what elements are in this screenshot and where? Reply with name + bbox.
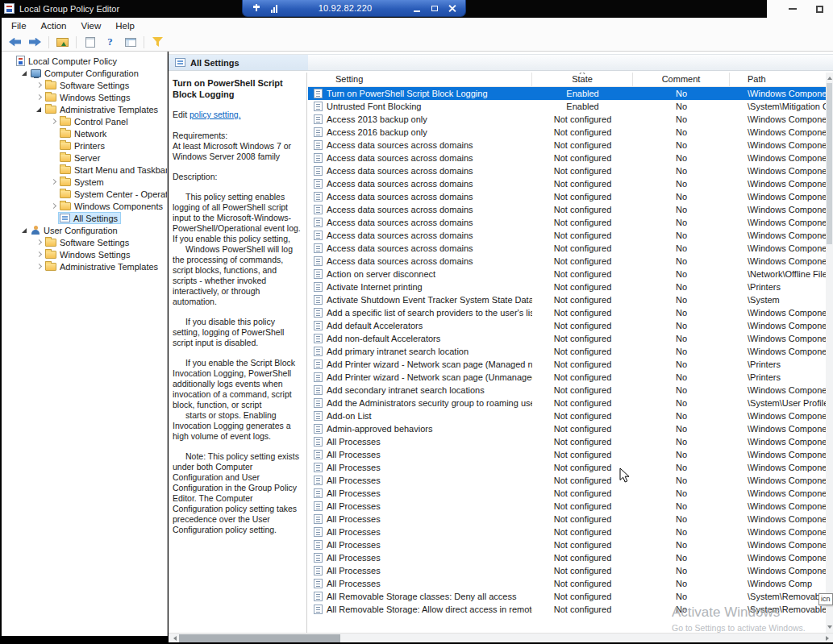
tree-item-system[interactable]: System <box>2 176 167 188</box>
table-row[interactable]: All ProcessesNot configuredNo\Windows Co… <box>308 461 826 474</box>
table-row[interactable]: Access data sources across domainsNot co… <box>308 177 826 190</box>
horizontal-scrollbar[interactable] <box>169 633 833 642</box>
table-row[interactable]: Add a specific list of search providers … <box>308 306 826 319</box>
menu-file[interactable]: File <box>4 19 34 32</box>
expander-icon[interactable] <box>48 202 58 211</box>
tree-item-software-settings[interactable]: Software Settings <box>2 236 167 248</box>
expander-icon[interactable] <box>48 177 58 187</box>
scroll-down-icon[interactable] <box>826 624 833 633</box>
table-row[interactable]: Access data sources across domainsNot co… <box>308 255 826 268</box>
rdp-close-button[interactable] <box>445 2 459 15</box>
table-row[interactable]: Admin-approved behaviorsNot configuredNo… <box>308 422 826 435</box>
table-row[interactable]: All ProcessesNot configuredNo\Windows Co… <box>308 564 826 577</box>
tree-item-software-settings[interactable]: Software Settings <box>2 79 167 91</box>
tree-item-all-settings[interactable]: All Settings <box>2 212 167 224</box>
table-row[interactable]: Untrusted Font BlockingEnabledNo\System\… <box>308 100 826 113</box>
rdp-restore-button[interactable] <box>427 2 441 15</box>
pin-icon[interactable] <box>249 2 263 15</box>
table-row[interactable]: All ProcessesNot configuredNo\Windows Co… <box>308 577 826 590</box>
filter-button[interactable] <box>148 34 167 50</box>
table-row[interactable]: All Removable Storage: Allow direct acce… <box>308 603 826 616</box>
column-header-comment[interactable]: Comment <box>633 73 730 86</box>
table-row[interactable]: All ProcessesNot configuredNo\Windows Co… <box>308 487 826 500</box>
table-row[interactable]: Access data sources across domainsNot co… <box>308 152 826 164</box>
table-row[interactable]: Add primary intranet search locationNot … <box>308 345 826 358</box>
tree-item-control-panel[interactable]: Control Panel <box>2 115 167 127</box>
table-row[interactable]: Activate Shutdown Event Tracker System S… <box>308 293 826 306</box>
table-row[interactable]: Access data sources across domainsNot co… <box>308 216 826 229</box>
tree-item-windows-components[interactable]: Windows Components <box>2 200 167 212</box>
column-header-state[interactable]: State <box>532 73 633 86</box>
table-row[interactable]: Add default AcceleratorsNot configuredNo… <box>308 319 826 332</box>
table-row[interactable]: All ProcessesNot configuredNo\Windows Co… <box>308 526 826 538</box>
table-row[interactable]: All ProcessesNot configuredNo\Windows Co… <box>308 448 826 461</box>
scroll-up-icon[interactable] <box>826 73 833 81</box>
console-window-button[interactable] <box>121 34 140 50</box>
table-row[interactable]: All ProcessesNot configuredNo\Windows Co… <box>308 500 826 513</box>
menu-view[interactable]: View <box>74 19 109 32</box>
table-row[interactable]: Activate Internet printingNot configured… <box>308 280 826 293</box>
tree-item-local-computer-policy[interactable]: Local Computer Policy <box>2 55 167 67</box>
tree-item-printers[interactable]: Printers <box>2 139 167 152</box>
table-row[interactable]: Access 2013 backup onlyNot configuredNo\… <box>308 113 826 126</box>
host-maximize-icon[interactable] <box>816 6 823 13</box>
expander-icon[interactable] <box>19 69 29 78</box>
table-row[interactable]: All ProcessesNot configuredNo\Windows Co… <box>308 474 826 487</box>
column-header-path[interactable]: Path <box>730 73 826 86</box>
menu-action[interactable]: Action <box>34 19 74 32</box>
tree-item-network[interactable]: Network <box>2 127 167 139</box>
export-list-button[interactable] <box>81 34 99 50</box>
table-row[interactable]: All ProcessesNot configuredNo\Windows Co… <box>308 551 826 564</box>
table-row[interactable]: Add-on ListNot configuredNo\Windows Comp… <box>308 409 826 422</box>
tree-item-server[interactable]: Server <box>2 152 167 164</box>
back-button[interactable] <box>6 34 24 50</box>
table-row[interactable]: Access data sources across domainsNot co… <box>308 229 826 242</box>
table-row[interactable]: All ProcessesNot configuredNo\Windows Co… <box>308 538 826 551</box>
table-row[interactable]: Access data sources across domainsNot co… <box>308 190 826 203</box>
table-row[interactable]: Add secondary intranet search locationsN… <box>308 384 826 397</box>
table-row[interactable]: Add the Administrators security group to… <box>308 397 826 409</box>
tree-item-windows-settings[interactable]: Windows Settings <box>2 91 167 103</box>
policy-setting-link[interactable]: policy setting. <box>190 110 241 119</box>
tree-item-administrative-templates[interactable]: Administrative Templates <box>2 260 167 272</box>
table-row[interactable]: Access data sources across domainsNot co… <box>308 139 826 152</box>
table-row[interactable]: Access data sources across domainsNot co… <box>308 164 826 177</box>
table-row[interactable]: All ProcessesNot configuredNo\Windows Co… <box>308 513 826 526</box>
expander-icon[interactable] <box>34 262 44 272</box>
expander-icon[interactable] <box>34 250 44 260</box>
expander-icon[interactable] <box>19 226 29 235</box>
forward-button[interactable] <box>26 34 44 50</box>
scroll-right-icon[interactable] <box>823 634 833 643</box>
scroll-left-icon[interactable] <box>169 634 178 643</box>
table-row[interactable]: All Removable Storage classes: Deny all … <box>308 590 826 603</box>
tree-item-system-center-operations-m[interactable]: System Center - Operations M <box>2 188 167 200</box>
table-row[interactable]: Turn on PowerShell Script Block LoggingE… <box>308 87 826 100</box>
table-row[interactable]: Add Printer wizard - Network scan page (… <box>308 371 826 384</box>
expander-icon[interactable] <box>34 93 44 102</box>
menu-help[interactable]: Help <box>108 19 142 32</box>
table-row[interactable]: Action on server disconnectNot configure… <box>308 268 826 280</box>
vertical-scrollbar-thumb[interactable] <box>827 83 832 244</box>
table-row[interactable]: All ProcessesNot configuredNo\Windows Co… <box>308 435 826 448</box>
tree-item-administrative-templates[interactable]: Administrative Templates <box>2 103 167 115</box>
expander-icon[interactable] <box>34 105 44 114</box>
help-button[interactable] <box>101 34 119 50</box>
host-minimize-icon[interactable] <box>789 8 797 10</box>
table-row[interactable]: Access data sources across domainsNot co… <box>308 242 826 255</box>
horizontal-scrollbar-thumb[interactable] <box>179 634 340 642</box>
expander-icon[interactable] <box>48 117 58 127</box>
tree-item-windows-settings[interactable]: Windows Settings <box>2 248 167 260</box>
tree-item-start-menu-and-taskbar[interactable]: Start Menu and Taskbar <box>2 164 167 176</box>
table-row[interactable]: Add Printer wizard - Network scan page (… <box>308 358 826 371</box>
vertical-scrollbar[interactable] <box>826 73 833 633</box>
table-row[interactable]: Access 2016 backup onlyNot configuredNo\… <box>308 126 826 139</box>
table-row[interactable]: Access data sources across domainsNot co… <box>308 203 826 216</box>
expander-icon[interactable] <box>34 81 44 90</box>
tree-item-computer-configuration[interactable]: Computer Configuration <box>2 67 167 79</box>
rdp-minimize-button[interactable] <box>410 2 423 15</box>
up-one-level-button[interactable] <box>53 34 72 50</box>
table-row[interactable]: Add non-default AcceleratorsNot configur… <box>308 332 826 345</box>
column-header-setting[interactable]: Setting <box>308 73 532 86</box>
expander-icon[interactable] <box>34 238 44 247</box>
tree-item-user-configuration[interactable]: User Configuration <box>2 224 167 236</box>
